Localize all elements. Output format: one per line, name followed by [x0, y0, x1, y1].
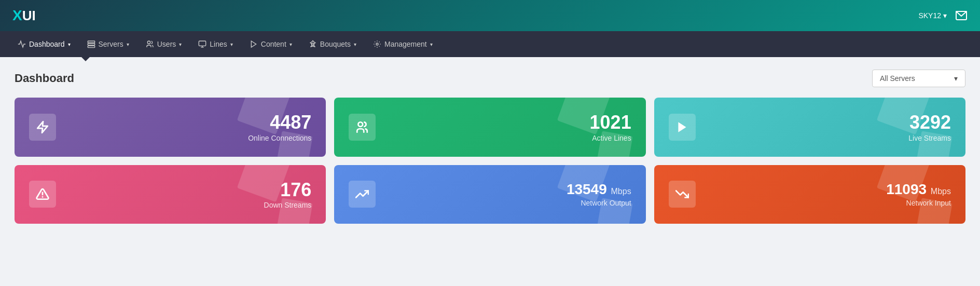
nav-item-servers[interactable]: Servers ▾ — [80, 36, 136, 52]
warning-icon — [36, 187, 49, 201]
mail-icon[interactable] — [955, 9, 968, 22]
server-filter-dropdown[interactable]: All Servers ▾ — [872, 70, 965, 87]
active-lines-icon-wrap — [349, 114, 376, 141]
nav-label-management: Management — [384, 40, 427, 48]
online-connections-info: 4487 Online Connections — [248, 112, 311, 142]
network-output-label: Network Output — [567, 199, 631, 207]
bolt-icon — [36, 120, 49, 134]
stats-grid: 4487 Online Connections 1021 Active Line… — [15, 98, 965, 224]
nav-caret-dashboard: ▾ — [68, 42, 71, 47]
logo-ui: UI — [22, 8, 36, 24]
svg-rect-1 — [88, 41, 94, 43]
live-streams-icon-wrap — [669, 114, 696, 141]
logo-x: X — [12, 7, 22, 24]
svg-rect-2 — [88, 44, 94, 45]
live-streams-label: Live Streams — [908, 134, 951, 142]
users-icon — [355, 120, 369, 134]
live-streams-info: 3292 Live Streams — [908, 112, 951, 142]
page-title: Dashboard — [15, 72, 74, 85]
down-streams-value: 176 — [264, 180, 312, 200]
active-lines-label: Active Lines — [590, 134, 631, 142]
user-menu[interactable]: SKY12 ▾ — [918, 11, 947, 20]
nav-caret-content: ▾ — [289, 42, 292, 47]
nav-caret-management: ▾ — [430, 42, 433, 47]
nav-bar: Dashboard ▾ Servers ▾ Users ▾ Lines ▾ — [0, 31, 980, 57]
svg-marker-11 — [37, 121, 48, 133]
down-streams-icon-wrap — [29, 181, 56, 208]
network-input-info: 11093 Mbps Network Input — [886, 182, 951, 207]
trend-up-icon — [355, 187, 369, 201]
nav-caret-lines: ▾ — [230, 42, 233, 47]
nav-item-dashboard[interactable]: Dashboard ▾ — [10, 36, 78, 52]
svg-point-10 — [376, 43, 378, 45]
logo: XUI — [12, 7, 36, 24]
trend-down-icon — [675, 187, 689, 201]
nav-label-lines: Lines — [210, 40, 227, 48]
active-lines-info: 1021 Active Lines — [590, 112, 631, 142]
svg-rect-5 — [199, 41, 206, 46]
stat-card-network-output: 13549 Mbps Network Output — [334, 165, 645, 224]
stat-card-active-lines: 1021 Active Lines — [334, 98, 645, 157]
stat-card-down-streams: 176 Down Streams — [15, 165, 326, 224]
top-header: XUI SKY12 ▾ — [0, 0, 980, 31]
nav-label-bouquets: Bouquets — [320, 40, 351, 48]
online-connections-label: Online Connections — [248, 134, 311, 142]
main-content: Dashboard All Servers ▾ 4487 Online Conn… — [0, 57, 980, 236]
svg-point-12 — [358, 122, 363, 127]
svg-marker-13 — [678, 122, 686, 132]
nav-label-servers: Servers — [99, 40, 123, 48]
play-icon — [675, 120, 689, 134]
svg-rect-3 — [88, 46, 94, 47]
network-input-icon-wrap — [669, 181, 696, 208]
nav-caret-users: ▾ — [179, 42, 182, 47]
network-output-info: 13549 Mbps Network Output — [567, 182, 631, 207]
nav-active-indicator — [80, 56, 91, 61]
live-streams-value: 3292 — [908, 112, 951, 133]
nav-label-content: Content — [261, 40, 286, 48]
network-output-icon-wrap — [349, 181, 376, 208]
down-streams-label: Down Streams — [264, 201, 312, 209]
nav-label-dashboard: Dashboard — [29, 40, 65, 48]
network-output-unit: Mbps — [611, 187, 631, 196]
nav-caret-servers: ▾ — [127, 42, 129, 47]
network-input-label: Network Input — [886, 199, 951, 207]
svg-marker-8 — [251, 41, 256, 47]
server-filter-caret-icon: ▾ — [954, 74, 958, 83]
down-streams-info: 176 Down Streams — [264, 180, 312, 210]
top-right-area: SKY12 ▾ — [918, 9, 968, 22]
network-input-value: 11093 Mbps — [886, 182, 951, 198]
user-caret-icon: ▾ — [943, 11, 947, 20]
page-header: Dashboard All Servers ▾ — [15, 70, 965, 87]
nav-item-users[interactable]: Users ▾ — [139, 36, 189, 52]
online-connections-value: 4487 — [248, 112, 311, 133]
nav-item-lines[interactable]: Lines ▾ — [191, 36, 240, 52]
nav-item-content[interactable]: Content ▾ — [242, 36, 299, 52]
nav-item-management[interactable]: Management ▾ — [366, 36, 440, 52]
online-connections-icon-wrap — [29, 114, 56, 141]
network-output-value: 13549 Mbps — [567, 182, 631, 198]
nav-label-users: Users — [157, 40, 176, 48]
network-input-unit: Mbps — [931, 187, 951, 196]
nav-item-bouquets[interactable]: Bouquets ▾ — [301, 36, 364, 52]
username-label: SKY12 — [918, 11, 941, 20]
active-lines-value: 1021 — [590, 112, 631, 133]
stat-card-online-connections: 4487 Online Connections — [15, 98, 326, 157]
stat-card-network-input: 11093 Mbps Network Input — [654, 165, 965, 224]
svg-point-4 — [147, 41, 150, 44]
stat-card-live-streams: 3292 Live Streams — [654, 98, 965, 157]
server-filter-label: All Servers — [880, 74, 915, 83]
nav-caret-bouquets: ▾ — [354, 42, 356, 47]
